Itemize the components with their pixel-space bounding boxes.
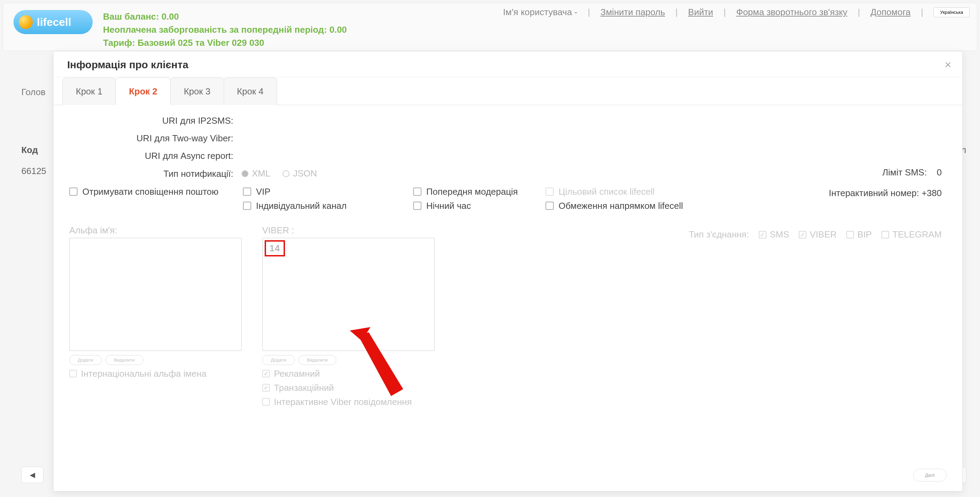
list-item[interactable]: 14 bbox=[265, 240, 285, 256]
username-label: Ім'я користувача - bbox=[503, 7, 578, 18]
col-header-kod: Код bbox=[21, 145, 46, 155]
balance-block: Ваш баланс: 0.00 Неоплачена заборгованіс… bbox=[103, 10, 347, 49]
form-area: URI для IP2SMS: URI для Two-way Viber: U… bbox=[53, 105, 963, 418]
conn-sms[interactable]: ✓SMS bbox=[759, 229, 789, 240]
separator: | bbox=[588, 7, 590, 18]
radio-json[interactable]: JSON bbox=[283, 168, 317, 179]
sms-limit-row: Ліміт SMS: 0 bbox=[882, 167, 942, 178]
uri-async-label: URI для Async report: bbox=[69, 151, 242, 161]
balance-label: Ваш баланс: 0.00 bbox=[103, 10, 347, 23]
alpha-name-column: Альфа ім'я: Додати Видалити Інтернаціона… bbox=[69, 225, 242, 408]
checkbox-email-notify[interactable]: Отримувати сповіщення поштою bbox=[69, 186, 235, 197]
tab-step-4[interactable]: Крок 4 bbox=[224, 78, 277, 105]
checkbox-lifecell-target-list: Цільовий список lifecell bbox=[546, 186, 711, 197]
checkbox-direction-limit-label: Обмеження напрямком lifecell bbox=[558, 201, 683, 211]
viber-delete-button[interactable]: Видалити bbox=[298, 355, 336, 365]
top-links: Ім'я користувача - | Змінити пароль | Ви… bbox=[503, 7, 970, 18]
checkbox-intl-alpha[interactable]: Інтернаціональні альфа імена bbox=[69, 368, 242, 379]
checkbox-vip-label: VIP bbox=[256, 186, 270, 197]
checkbox-individual-channel-label: Індивідуальний канал bbox=[256, 201, 347, 211]
step-tabs: Крок 1 Крок 2 Крок 3 Крок 4 bbox=[53, 77, 963, 105]
next-button[interactable]: Далі bbox=[913, 469, 947, 481]
separator: | bbox=[858, 7, 860, 18]
logo: lifecell bbox=[13, 10, 93, 34]
alpha-name-label: Альфа ім'я: bbox=[69, 225, 242, 236]
options-grid: Отримувати сповіщення поштою VIP Поперед… bbox=[69, 186, 947, 211]
logo-sun-icon bbox=[19, 15, 33, 29]
help-link[interactable]: Допомога bbox=[870, 7, 911, 18]
change-password-link[interactable]: Змінити пароль bbox=[601, 7, 665, 18]
lists-row: Альфа ім'я: Додати Видалити Інтернаціона… bbox=[69, 225, 947, 408]
viber-listbox[interactable]: 14 bbox=[262, 238, 434, 351]
tab-step-3[interactable]: Крок 3 bbox=[170, 78, 224, 105]
pager-prev-button[interactable]: ◄ bbox=[21, 467, 43, 483]
checkbox-pre-moderation-label: Попередня модерація bbox=[426, 186, 518, 197]
checkbox-vip[interactable]: VIP bbox=[243, 186, 405, 197]
logo-text: lifecell bbox=[37, 16, 71, 29]
checkbox-night-time[interactable]: Нічний час bbox=[413, 201, 537, 211]
conn-bip[interactable]: BIP bbox=[846, 229, 872, 240]
alpha-add-button[interactable]: Додати bbox=[69, 355, 102, 365]
checkbox-individual-channel[interactable]: Індивідуальний канал bbox=[243, 201, 405, 211]
conn-viber-label: VIBER bbox=[810, 229, 837, 240]
tab-step-1[interactable]: Крок 1 bbox=[62, 78, 116, 105]
tab-step-2[interactable]: Крок 2 bbox=[115, 78, 170, 105]
logout-link[interactable]: Вийти bbox=[688, 7, 713, 18]
viber-label: VIBER : bbox=[262, 225, 434, 236]
client-info-dialog: Інформація про клієнта × Крок 1 Крок 2 К… bbox=[53, 51, 963, 492]
checkbox-transactional-label: Транзакційний bbox=[274, 382, 334, 393]
conn-sms-label: SMS bbox=[770, 229, 789, 240]
checkbox-lifecell-list-label: Цільовий список lifecell bbox=[558, 186, 654, 197]
connection-type-row: Тип з'єднання: ✓SMS ✓VIBER BIP TELEGRAM bbox=[689, 229, 942, 240]
separator: | bbox=[675, 7, 678, 18]
viber-add-button[interactable]: Додати bbox=[262, 355, 295, 365]
checkbox-intl-alpha-label: Інтернаціональні альфа імена bbox=[81, 368, 207, 379]
notif-type-radio-group: XML JSON bbox=[242, 168, 317, 179]
radio-xml[interactable]: XML bbox=[242, 168, 270, 179]
checkbox-lifecell-direction-limit[interactable]: Обмеження напрямком lifecell bbox=[546, 201, 711, 211]
checkbox-email-notify-label: Отримувати сповіщення поштою bbox=[82, 186, 218, 197]
separator: | bbox=[724, 7, 726, 18]
uri-ip2sms-label: URI для IP2SMS: bbox=[69, 115, 242, 126]
checkbox-interactive-viber[interactable]: Інтерактивне Viber повідомлення bbox=[262, 397, 434, 408]
checkbox-advertising-label: Рекламний bbox=[274, 368, 320, 379]
conn-viber[interactable]: ✓VIBER bbox=[799, 229, 837, 240]
conn-bip-label: BIP bbox=[858, 229, 872, 240]
tariff-label: Тариф: Базовий 025 та Viber 029 030 bbox=[103, 36, 347, 49]
uri-twoway-label: URI для Two-way Viber: bbox=[69, 133, 242, 144]
sms-limit-label: Ліміт SMS: bbox=[882, 167, 927, 177]
checkbox-transactional[interactable]: Транзакційний bbox=[262, 382, 434, 393]
alpha-delete-button[interactable]: Видалити bbox=[105, 355, 143, 365]
interactive-number: Інтерактивний номер: +380 bbox=[829, 188, 942, 199]
close-icon[interactable]: × bbox=[941, 57, 955, 71]
conn-telegram[interactable]: TELEGRAM bbox=[881, 229, 942, 240]
radio-xml-label: XML bbox=[252, 168, 270, 179]
radio-json-label: JSON bbox=[293, 168, 317, 179]
chevron-left-icon: ◄ bbox=[28, 470, 37, 481]
checkbox-interactive-viber-label: Інтерактивне Viber повідомлення bbox=[274, 397, 412, 408]
conn-type-label: Тип з'єднання: bbox=[689, 229, 749, 240]
alpha-name-listbox[interactable] bbox=[69, 238, 242, 351]
sms-limit-value: 0 bbox=[937, 167, 942, 177]
conn-telegram-label: TELEGRAM bbox=[892, 229, 942, 240]
checkbox-advertising[interactable]: Рекламний bbox=[262, 368, 434, 379]
dialog-title: Інформація про клієнта bbox=[53, 51, 963, 77]
debt-label: Неоплачена заборгованість за попередній … bbox=[103, 23, 347, 36]
list-item[interactable] bbox=[72, 240, 91, 254]
background-table: Код 66125 bbox=[21, 145, 46, 177]
separator: | bbox=[921, 7, 923, 18]
notif-type-label: Тип нотификації: bbox=[69, 169, 242, 179]
viber-column: VIBER : 14 Додати Видалити Рекламний Тра… bbox=[262, 225, 434, 408]
checkbox-night-time-label: Нічний час bbox=[426, 201, 471, 211]
background-tab: Голов bbox=[21, 87, 46, 97]
language-button[interactable]: Українська bbox=[934, 7, 970, 17]
feedback-link[interactable]: Форма зворотнього зв'язку bbox=[736, 7, 847, 18]
table-cell: 66125 bbox=[21, 166, 46, 177]
checkbox-pre-moderation[interactable]: Попередня модерація bbox=[413, 186, 537, 197]
